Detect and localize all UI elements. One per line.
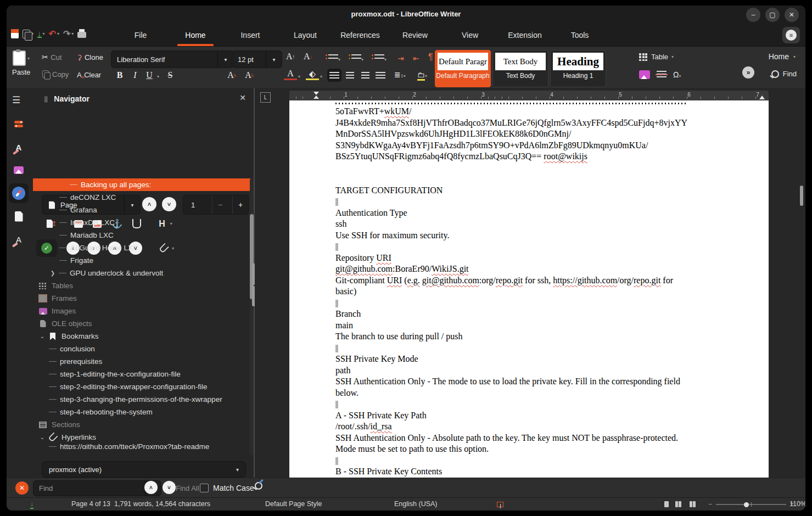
highlight-color-button[interactable]: ⬖	[306, 69, 319, 80]
tree-row[interactable]: AdGuard Home LXC	[33, 242, 250, 254]
tab-stop-selector[interactable]: L	[260, 92, 271, 103]
clear-formatting-button[interactable]: A Clear	[77, 70, 101, 80]
find-close-button[interactable]: ✕	[15, 481, 29, 495]
tree-scrollbar[interactable]	[250, 178, 254, 456]
left-indent-marker[interactable]	[313, 92, 319, 95]
minimize-button[interactable]: –	[746, 8, 760, 22]
justify-button[interactable]	[373, 69, 388, 82]
align-center-button[interactable]	[343, 69, 357, 82]
line-spacing-button[interactable]: ≣↕▾	[394, 70, 406, 80]
menu-tab-insert[interactable]: Insert	[223, 24, 278, 46]
tree-row[interactable]: Tables	[33, 279, 250, 292]
sidebar-menu-icon[interactable]: ☰	[12, 94, 20, 106]
special-character-button[interactable]: Ω▾	[673, 70, 681, 80]
find-input[interactable]	[33, 484, 145, 492]
increase-indent-button[interactable]: ⇥	[397, 53, 404, 63]
superscript-button[interactable]: Ab	[225, 69, 238, 82]
tree-row[interactable]: step-1-editing-the-x-configuration-file	[33, 368, 250, 380]
underline-button[interactable]: U	[143, 69, 156, 82]
expander-expanded-icon[interactable]: ⌄	[38, 434, 46, 440]
clone-formatting-button[interactable]: ⚳ Clone	[77, 52, 103, 62]
tree-row[interactable]: Backing up all pages:	[33, 178, 250, 191]
document-saved-icon[interactable]: ↓	[30, 500, 33, 508]
menu-tab-tools[interactable]: Tools	[552, 24, 607, 46]
insert-table-button[interactable]: Table▾	[639, 53, 674, 61]
find-input-box[interactable]: ▾	[33, 480, 161, 496]
word-count-status[interactable]: 1,791 words, 14,564 characters	[114, 500, 210, 508]
strikethrough-button[interactable]: S	[164, 69, 177, 82]
tree-row[interactable]: Frames	[33, 292, 250, 305]
expander-collapsed-icon[interactable]: ❯	[49, 270, 57, 276]
toolbar-context-menu[interactable]: Home▾	[769, 52, 796, 61]
insert-image-icon[interactable]	[639, 70, 650, 79]
increase-font-size-button[interactable]: A↑	[284, 50, 297, 63]
menu-tab-review[interactable]: Review	[388, 24, 443, 46]
menu-overflow-button[interactable]: ≡	[782, 27, 800, 43]
deck-navigator-icon[interactable]	[9, 183, 29, 203]
language-status[interactable]: English (USA)	[394, 500, 438, 508]
underline-options-chevron[interactable]: ▾	[157, 74, 159, 79]
single-page-view-icon[interactable]	[664, 501, 670, 509]
close-button[interactable]: ✕	[785, 8, 799, 22]
expander-expanded-icon[interactable]: ⌄	[38, 333, 46, 339]
new-document-icon[interactable]	[11, 29, 19, 38]
deck-page-icon[interactable]	[9, 206, 29, 226]
print-icon[interactable]	[77, 30, 86, 38]
style-cell-text-body[interactable]: Text BodyText Body	[492, 50, 548, 87]
deck-styles-icon[interactable]: A	[9, 137, 29, 157]
find-previous-button[interactable]: ˄	[144, 481, 158, 494]
font-size-combobox[interactable]: 12 pt▾	[232, 51, 282, 68]
toolbar-overflow-button[interactable]: »	[742, 66, 754, 78]
tree-row[interactable]: https://github.com/tteck/Proxmox?tab-rea…	[33, 444, 250, 449]
save-icon[interactable]: ↓▾	[37, 30, 45, 38]
redo-icon[interactable]: ↷▾	[63, 29, 74, 39]
highlight-color-chevron[interactable]: ▾	[320, 74, 322, 79]
decrease-indent-button[interactable]: ⇤	[413, 53, 419, 63]
tree-row[interactable]: step-4-rebooting-the-system	[33, 406, 250, 418]
align-left-button[interactable]	[327, 69, 341, 82]
zoom-out-icon[interactable]: −	[708, 501, 712, 508]
horizontal-ruler[interactable]: 1234567	[289, 91, 769, 100]
find-and-replace-icon[interactable]	[255, 482, 262, 492]
page-break-icon[interactable]	[657, 71, 667, 78]
tree-row[interactable]: deCONZ LXC	[33, 191, 250, 204]
italic-button[interactable]: I	[128, 69, 142, 82]
tree-row[interactable]: ❯GPU underclock & undervolt	[33, 267, 250, 279]
find-toolbar-button[interactable]: Find	[771, 70, 797, 78]
outline-list-button[interactable]: ▾	[374, 53, 387, 63]
tree-row[interactable]: OLE objects	[33, 317, 250, 330]
align-right-button[interactable]	[358, 69, 372, 82]
chevron-down-icon[interactable]: ▾	[266, 51, 282, 68]
deck-style-inspector-icon[interactable]: A	[9, 229, 29, 249]
menu-tab-references[interactable]: References	[333, 24, 388, 46]
menu-tab-home[interactable]: Home	[168, 24, 223, 46]
tree-row[interactable]: ⌄Bookmarks	[33, 330, 250, 343]
tree-row[interactable]: InfluxDB LXC	[33, 216, 250, 229]
tree-row[interactable]: Frigate	[33, 254, 250, 267]
zoom-slider[interactable]: − +	[716, 504, 786, 505]
copy-icon[interactable]: ▾	[23, 30, 33, 38]
chevron-down-icon[interactable]: ▾	[217, 51, 233, 68]
selection-mode-icon[interactable]	[497, 502, 503, 510]
navigator-close-icon[interactable]: ✕	[239, 93, 246, 102]
tree-row[interactable]: step-2-editing-the-xwrapper-configuratio…	[33, 380, 250, 393]
find-next-button[interactable]: ˅	[163, 481, 176, 494]
menu-tab-view[interactable]: View	[443, 24, 497, 46]
book-view-icon[interactable]	[690, 501, 696, 509]
match-case-checkbox[interactable]	[200, 484, 209, 492]
deck-properties-icon[interactable]	[9, 114, 29, 134]
tree-row[interactable]: step-3-changing-the-permissions-of-the-x…	[33, 393, 250, 406]
page-style-status[interactable]: Default Page Style	[265, 500, 322, 508]
menu-tab-layout[interactable]: Layout	[278, 24, 333, 46]
right-indent-marker[interactable]	[759, 96, 765, 99]
tree-row[interactable]: Images	[33, 305, 250, 317]
zoom-slider-knob[interactable]	[744, 502, 749, 507]
bullet-list-button[interactable]: ▾	[328, 53, 340, 63]
maximize-button[interactable]: ▢	[765, 8, 780, 22]
style-cell-heading-1[interactable]: HeadingHeading 1	[550, 50, 606, 87]
tree-row[interactable]: Mariadb LXC	[33, 229, 250, 242]
document-scrollbar[interactable]	[799, 88, 804, 478]
menu-tab-file[interactable]: File	[113, 24, 168, 46]
tree-row[interactable]: Sections	[33, 418, 250, 431]
multi-page-view-icon[interactable]	[675, 501, 682, 509]
